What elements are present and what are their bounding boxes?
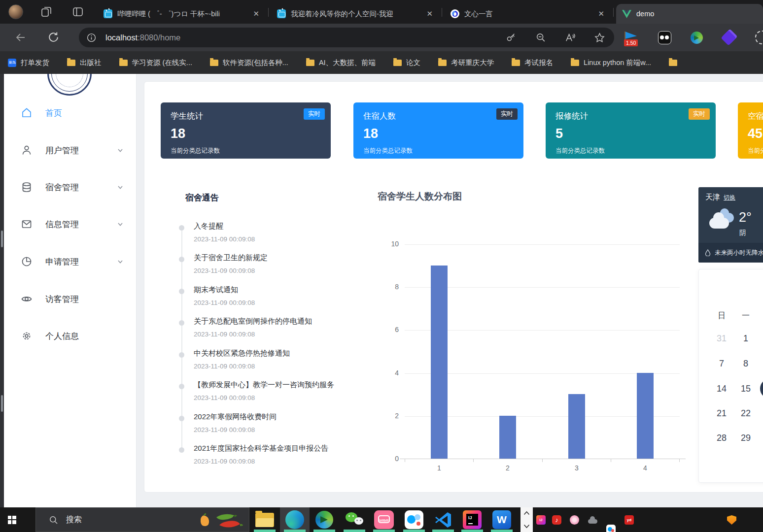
tab-bilibili-space[interactable]: 我迎着冷风等你的个人空间-我迎 ✕ [271,4,440,24]
word-icon: W [492,510,511,529]
peppers-image[interactable] [196,509,245,531]
sidebar-item-profile[interactable]: 个人信息 [4,322,137,350]
stat-card-residents[interactable]: 住宿人数 实时 18 当前分类总记录数 [353,102,523,159]
taskbar-app-baidu-netdisk[interactable] [399,507,429,532]
scroll-up-icon[interactable] [523,511,530,515]
weather-condition: 阴 [739,229,746,237]
weather-switch-link[interactable]: 切换 [724,194,735,201]
card-value: 5 [555,126,706,141]
flower-icon[interactable] [570,515,579,525]
sidebar-item-users[interactable]: 用户管理 [4,136,137,165]
cainiao-icon: 菜鸟 [8,59,16,67]
bookmark-folder[interactable] [669,60,682,66]
password-key-icon[interactable] [506,32,517,43]
workspaces-icon[interactable] [40,6,52,18]
close-icon[interactable]: ✕ [425,9,434,18]
bookmark-folder[interactable]: Linux python 前端w... [571,58,651,67]
url-host: localhost [105,33,138,42]
sidebar-item-visitors[interactable]: 访客管理 [4,285,137,313]
calendar-date[interactable]: 15 [737,384,755,394]
extension-goggles-icon[interactable] [658,31,671,44]
bookmark-folder[interactable]: 论文 [393,58,420,67]
card-subtitle: 当前分 [748,147,763,155]
tab-demo-active[interactable]: demo [616,4,763,24]
baidu-netdisk-icon[interactable] [606,525,616,532]
bookmark-folder[interactable]: 考研重庆大学 [438,58,494,67]
notice-item[interactable]: 【教师发展中心】教学一对一咨询预约服务 2023-11-09 00:09:08 [194,380,391,401]
running-indicator [432,530,454,532]
calendar-date[interactable]: 1 [737,333,755,344]
calendar-date[interactable]: 31 [713,333,730,344]
taskbar-app-wechat[interactable] [340,507,369,532]
bookmark-folder[interactable]: 出版社 [67,58,102,67]
close-icon[interactable]: ✕ [252,9,260,18]
tab-separator [268,8,269,17]
card-value: 18 [171,126,321,141]
card-title: 学生统计 [171,111,321,122]
url-text[interactable]: localhost:8080/home [105,33,180,42]
sidebar-item-home[interactable]: 首页 [4,99,137,127]
tab-actions-icon[interactable] [72,6,84,18]
profile-avatar[interactable] [8,4,23,19]
x-tick-mark [473,459,474,462]
start-button[interactable] [0,507,24,532]
refresh-icon[interactable] [47,31,60,43]
read-aloud-icon[interactable] [564,32,576,43]
taskbar-app-file-explorer[interactable] [250,507,279,532]
calendar-date[interactable]: 28 [713,433,730,443]
intellij-tray-icon[interactable]: IJ [536,515,546,525]
calendar-date[interactable]: 22 [737,408,755,419]
stat-card-repairs[interactable]: 报修统计 实时 5 当前分类总记录数 [546,102,716,159]
netease-music-icon[interactable]: ♪ [552,515,561,525]
weather-forecast: 未来两小时无降水 [698,243,763,263]
idm-extension-icon[interactable] [691,32,703,44]
bookmark-folder[interactable]: 考试报名 [512,58,553,67]
timeline-dot [179,352,184,358]
tab-bilibili-home[interactable]: 哔哩哔哩 ( ゜- ゜)つロ 干杯~-bili ✕ [98,4,266,24]
bookmark-folder[interactable]: 软件资源(包括各种... [210,58,288,67]
taskbar-app-word[interactable]: W [487,507,517,532]
y-tick-label: 10 [379,240,399,248]
address-bar[interactable]: localhost:8080/home [79,28,614,47]
close-icon[interactable]: ✕ [597,9,605,18]
notice-title-text: 2021年度国家社会科学基金项目申报公告 [194,444,391,453]
calendar-date[interactable]: 21 [713,408,730,419]
stat-card-empty-dorms[interactable]: 空宿 45 当前分 [738,102,763,159]
notice-item[interactable]: 2021年度国家社会科学基金项目申报公告 2023-11-09 00:09:08 [194,444,391,465]
stat-card-students[interactable]: 学生统计 实时 18 当前分类总记录数 [161,102,331,159]
notice-item[interactable]: 关于宿舍卫生的新规定 2023-11-09 00:09:08 [194,253,391,274]
taskbar-app-intellij[interactable]: IJ [457,507,487,532]
notice-item[interactable]: 2022年寒假网络收费时间 2023-11-09 00:09:08 [194,412,391,433]
taskbar-app-idm[interactable] [310,507,339,532]
notice-item[interactable]: 中关村校区紧急停热抢修通知 2023-11-09 00:09:08 [194,349,391,370]
taskbar-app-vscode[interactable] [428,507,458,532]
notice-item[interactable]: 入冬提醒 2023-11-09 00:09:08 [194,222,391,243]
site-info-icon[interactable] [86,33,97,43]
notice-item[interactable]: 期末考试通知 2023-11-09 00:09:08 [194,285,391,306]
taskbar-search[interactable]: 搜索 [35,507,249,532]
calendar-date[interactable]: 29 [737,433,755,443]
notice-item[interactable]: 关于东总配电室倒闸操作的停电通知 2023-11-09 00:09:08 [194,317,391,338]
taskbar-app-bilibili[interactable]: bilibili [369,507,399,532]
bookmark-cainiao[interactable]: 菜鸟 打单发货 [8,58,49,67]
calendar-date[interactable]: 8 [737,359,755,369]
url-rest: :8080/home [138,33,180,42]
scroll-down-icon[interactable] [523,524,530,529]
sidebar-item-dorms[interactable]: 宿舍管理 [4,173,137,201]
youdao-icon[interactable]: yd [624,515,634,525]
tab-yiyan[interactable]: 文心一言 ✕ [445,4,611,24]
bookmark-folder[interactable]: 学习资源 (在线实... [119,58,192,67]
favorite-star-icon[interactable] [594,32,605,43]
sidebar-item-applications[interactable]: 申请管理 [4,247,137,276]
huorong-shield-icon[interactable] [727,515,736,525]
sidebar-item-messages[interactable]: 信息管理 [4,210,137,238]
taskbar-app-edge[interactable] [280,507,310,532]
cloud-icon[interactable] [588,515,597,525]
bookmark-folder[interactable]: AI、大数据、前端 [306,58,376,67]
calendar-date[interactable]: 7 [713,359,730,369]
calendar-date[interactable]: 14 [713,384,730,394]
y-tick-label: 4 [379,369,399,377]
taskbar-scroll-control[interactable] [520,507,533,532]
back-icon[interactable] [15,32,27,43]
zoom-out-icon[interactable] [535,32,546,43]
